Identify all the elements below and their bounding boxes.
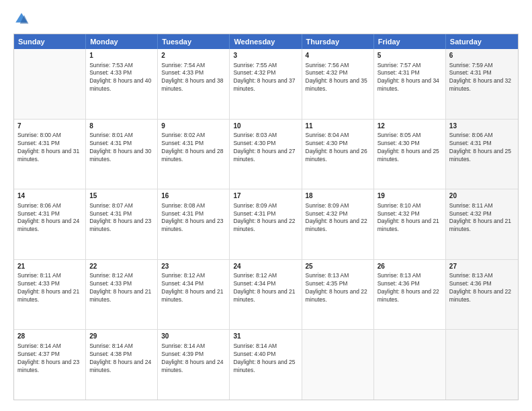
logo-icon bbox=[13, 11, 30, 27]
cell-text: Sunrise: 8:03 AM Sunset: 4:30 PM Dayligh… bbox=[233, 132, 298, 164]
cal-cell-r3c4: 25Sunrise: 8:13 AM Sunset: 4:35 PM Dayli… bbox=[302, 260, 374, 330]
day-number: 26 bbox=[378, 262, 442, 271]
cal-cell-r1c2: 9Sunrise: 8:02 AM Sunset: 4:31 PM Daylig… bbox=[158, 120, 230, 189]
cell-text: Sunrise: 8:14 AM Sunset: 4:37 PM Dayligh… bbox=[17, 342, 82, 375]
logo bbox=[13, 11, 32, 27]
header bbox=[13, 11, 519, 27]
cell-text: Sunrise: 7:59 AM Sunset: 4:31 PM Dayligh… bbox=[449, 62, 515, 94]
cell-text: Sunrise: 8:01 AM Sunset: 4:31 PM Dayligh… bbox=[89, 132, 154, 164]
day-number: 29 bbox=[89, 332, 154, 341]
cal-cell-r3c3: 24Sunrise: 8:12 AM Sunset: 4:34 PM Dayli… bbox=[230, 260, 302, 330]
calendar-row-0: 1Sunrise: 7:53 AM Sunset: 4:33 PM Daylig… bbox=[14, 49, 518, 120]
cal-cell-r1c5: 12Sunrise: 8:05 AM Sunset: 4:30 PM Dayli… bbox=[374, 120, 446, 189]
cell-text: Sunrise: 7:55 AM Sunset: 4:32 PM Dayligh… bbox=[233, 62, 298, 94]
cal-cell-r2c4: 18Sunrise: 8:09 AM Sunset: 4:32 PM Dayli… bbox=[302, 189, 374, 259]
day-number: 28 bbox=[17, 332, 82, 341]
cell-text: Sunrise: 8:12 AM Sunset: 4:33 PM Dayligh… bbox=[89, 272, 154, 304]
cell-text: Sunrise: 8:02 AM Sunset: 4:31 PM Dayligh… bbox=[161, 132, 226, 164]
cal-cell-r4c0: 28Sunrise: 8:14 AM Sunset: 4:37 PM Dayli… bbox=[14, 330, 86, 400]
cell-text: Sunrise: 8:13 AM Sunset: 4:36 PM Dayligh… bbox=[449, 272, 515, 304]
cell-text: Sunrise: 8:12 AM Sunset: 4:34 PM Dayligh… bbox=[161, 272, 226, 304]
cell-text: Sunrise: 8:06 AM Sunset: 4:31 PM Dayligh… bbox=[449, 132, 515, 164]
cell-text: Sunrise: 8:13 AM Sunset: 4:35 PM Dayligh… bbox=[306, 272, 370, 304]
day-number: 2 bbox=[161, 51, 226, 60]
cal-cell-r1c3: 10Sunrise: 8:03 AM Sunset: 4:30 PM Dayli… bbox=[230, 120, 302, 189]
cal-cell-r4c4 bbox=[302, 330, 374, 400]
header-tuesday: Tuesday bbox=[158, 34, 230, 49]
cell-text: Sunrise: 8:07 AM Sunset: 4:31 PM Dayligh… bbox=[89, 202, 154, 234]
header-wednesday: Wednesday bbox=[230, 34, 302, 49]
day-number: 30 bbox=[161, 332, 226, 341]
cal-cell-r0c4: 4Sunrise: 7:56 AM Sunset: 4:32 PM Daylig… bbox=[302, 49, 374, 119]
cal-cell-r1c6: 13Sunrise: 8:06 AM Sunset: 4:31 PM Dayli… bbox=[446, 120, 518, 189]
cell-text: Sunrise: 7:54 AM Sunset: 4:33 PM Dayligh… bbox=[161, 62, 226, 94]
cell-text: Sunrise: 8:11 AM Sunset: 4:33 PM Dayligh… bbox=[17, 272, 82, 304]
cell-text: Sunrise: 8:14 AM Sunset: 4:40 PM Dayligh… bbox=[233, 342, 298, 375]
cell-text: Sunrise: 8:08 AM Sunset: 4:31 PM Dayligh… bbox=[161, 202, 226, 234]
cell-text: Sunrise: 7:57 AM Sunset: 4:31 PM Dayligh… bbox=[378, 62, 442, 94]
calendar-header: SundayMondayTuesdayWednesdayThursdayFrid… bbox=[14, 34, 518, 49]
day-number: 12 bbox=[378, 122, 442, 131]
day-number: 15 bbox=[89, 191, 154, 201]
cal-cell-r0c2: 2Sunrise: 7:54 AM Sunset: 4:33 PM Daylig… bbox=[158, 49, 230, 119]
day-number: 10 bbox=[233, 122, 298, 131]
cell-text: Sunrise: 8:10 AM Sunset: 4:32 PM Dayligh… bbox=[378, 202, 442, 234]
cal-cell-r2c0: 14Sunrise: 8:06 AM Sunset: 4:31 PM Dayli… bbox=[14, 189, 86, 259]
cal-cell-r1c4: 11Sunrise: 8:04 AM Sunset: 4:30 PM Dayli… bbox=[302, 120, 374, 189]
cal-cell-r3c2: 23Sunrise: 8:12 AM Sunset: 4:34 PM Dayli… bbox=[158, 260, 230, 330]
day-number: 17 bbox=[233, 191, 298, 201]
day-number: 8 bbox=[89, 122, 154, 131]
day-number: 22 bbox=[89, 262, 154, 271]
cal-cell-r4c3: 31Sunrise: 8:14 AM Sunset: 4:40 PM Dayli… bbox=[230, 330, 302, 400]
cal-cell-r2c3: 17Sunrise: 8:09 AM Sunset: 4:31 PM Dayli… bbox=[230, 189, 302, 259]
day-number: 19 bbox=[378, 191, 442, 201]
calendar-row-4: 28Sunrise: 8:14 AM Sunset: 4:37 PM Dayli… bbox=[14, 330, 518, 400]
cell-text: Sunrise: 8:06 AM Sunset: 4:31 PM Dayligh… bbox=[17, 202, 82, 234]
day-number: 23 bbox=[161, 262, 226, 271]
day-number: 31 bbox=[233, 332, 298, 341]
day-number: 4 bbox=[306, 51, 370, 60]
day-number: 27 bbox=[449, 262, 515, 271]
day-number: 25 bbox=[306, 262, 370, 271]
day-number: 6 bbox=[449, 51, 515, 60]
day-number: 21 bbox=[17, 262, 82, 271]
cal-cell-r2c5: 19Sunrise: 8:10 AM Sunset: 4:32 PM Dayli… bbox=[374, 189, 446, 259]
day-number: 11 bbox=[306, 122, 370, 131]
cal-cell-r2c6: 20Sunrise: 8:11 AM Sunset: 4:32 PM Dayli… bbox=[446, 189, 518, 259]
cal-cell-r0c0 bbox=[14, 49, 86, 119]
cal-cell-r3c6: 27Sunrise: 8:13 AM Sunset: 4:36 PM Dayli… bbox=[446, 260, 518, 330]
cell-text: Sunrise: 8:09 AM Sunset: 4:31 PM Dayligh… bbox=[233, 202, 298, 234]
day-number: 3 bbox=[233, 51, 298, 60]
day-number: 13 bbox=[449, 122, 515, 131]
cal-cell-r0c1: 1Sunrise: 7:53 AM Sunset: 4:33 PM Daylig… bbox=[86, 49, 158, 119]
cal-cell-r2c2: 16Sunrise: 8:08 AM Sunset: 4:31 PM Dayli… bbox=[158, 189, 230, 259]
day-number: 16 bbox=[161, 191, 226, 201]
day-number: 1 bbox=[89, 51, 154, 60]
cell-text: Sunrise: 8:12 AM Sunset: 4:34 PM Dayligh… bbox=[233, 272, 298, 304]
calendar-row-2: 14Sunrise: 8:06 AM Sunset: 4:31 PM Dayli… bbox=[14, 189, 518, 260]
header-monday: Monday bbox=[86, 34, 158, 49]
cell-text: Sunrise: 8:04 AM Sunset: 4:30 PM Dayligh… bbox=[306, 132, 370, 164]
calendar-row-1: 7Sunrise: 8:00 AM Sunset: 4:31 PM Daylig… bbox=[14, 120, 518, 190]
day-number: 20 bbox=[449, 191, 515, 201]
cal-cell-r4c6 bbox=[446, 330, 518, 400]
cal-cell-r0c6: 6Sunrise: 7:59 AM Sunset: 4:31 PM Daylig… bbox=[446, 49, 518, 119]
cal-cell-r3c0: 21Sunrise: 8:11 AM Sunset: 4:33 PM Dayli… bbox=[14, 260, 86, 330]
header-sunday: Sunday bbox=[14, 34, 86, 49]
day-number: 9 bbox=[161, 122, 226, 131]
cal-cell-r0c5: 5Sunrise: 7:57 AM Sunset: 4:31 PM Daylig… bbox=[374, 49, 446, 119]
cell-text: Sunrise: 8:13 AM Sunset: 4:36 PM Dayligh… bbox=[378, 272, 442, 304]
calendar-body: 1Sunrise: 7:53 AM Sunset: 4:33 PM Daylig… bbox=[14, 49, 518, 400]
cal-cell-r4c2: 30Sunrise: 8:14 AM Sunset: 4:39 PM Dayli… bbox=[158, 330, 230, 400]
day-number: 5 bbox=[378, 51, 442, 60]
page: SundayMondayTuesdayWednesdayThursdayFrid… bbox=[0, 0, 532, 411]
day-number: 24 bbox=[233, 262, 298, 271]
cell-text: Sunrise: 8:05 AM Sunset: 4:30 PM Dayligh… bbox=[378, 132, 442, 164]
header-friday: Friday bbox=[374, 34, 446, 49]
cell-text: Sunrise: 7:56 AM Sunset: 4:32 PM Dayligh… bbox=[306, 62, 370, 94]
day-number: 7 bbox=[17, 122, 82, 131]
cell-text: Sunrise: 8:00 AM Sunset: 4:31 PM Dayligh… bbox=[17, 132, 82, 164]
cell-text: Sunrise: 8:11 AM Sunset: 4:32 PM Dayligh… bbox=[449, 202, 515, 234]
cal-cell-r1c0: 7Sunrise: 8:00 AM Sunset: 4:31 PM Daylig… bbox=[14, 120, 86, 189]
header-thursday: Thursday bbox=[302, 34, 374, 49]
